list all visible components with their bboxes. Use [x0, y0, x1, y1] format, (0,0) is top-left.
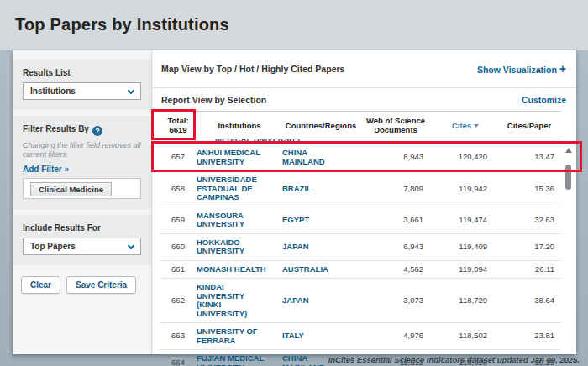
institution-link[interactable]: ANHUI MEDICAL UNIVERSITY: [197, 149, 282, 166]
scroll-up-icon[interactable]: [565, 148, 572, 153]
rank-cell: 663: [160, 332, 197, 341]
filter-box[interactable]: Clinical Medicine: [23, 178, 141, 199]
rank-cell: 661: [160, 265, 197, 274]
include-results-label: Include Results For: [23, 223, 141, 233]
rank-cell: 664: [160, 358, 197, 366]
table-row-658[interactable]: 658 UNIVERSIDADE ESTADUAL DE CAMPINAS BR…: [160, 171, 561, 207]
report-view-title: Report View by Selection: [161, 95, 266, 105]
country-cell: JAPAN: [282, 243, 360, 252]
col-header-cites-per-paper[interactable]: Cites/Paper: [499, 121, 559, 130]
sidebar: Results List Institutions Filter Results…: [13, 50, 152, 354]
filter-by-text: Filter Results By: [23, 124, 89, 133]
col-header-wos-documents[interactable]: Web of Science Documents: [360, 116, 432, 134]
col-header-cites-sorted[interactable]: Cites: [432, 121, 499, 130]
rank-cell: 659: [160, 216, 197, 225]
docs-cell: 4,976: [360, 332, 432, 341]
docs-cell: 6,943: [360, 243, 432, 252]
table-row-662[interactable]: 662 KINDAI UNIVERSITY (KINKI UNIVERSITY)…: [160, 279, 561, 323]
table-row-659[interactable]: 659 MANSOURA UNIVERSITY EGYPT 3,661 119,…: [160, 207, 561, 234]
results-table: Total: 6619 Institutions Countries/Regio…: [153, 111, 576, 366]
cites-cell: 119,942: [432, 185, 499, 194]
include-results-dropdown[interactable]: Top Papers: [23, 238, 141, 255]
main-content: Map View by Top / Hot / Highly Cited Pap…: [153, 50, 576, 354]
docs-cell: 8,943: [360, 153, 432, 162]
chevron-down-icon: [128, 243, 134, 249]
results-list-value: Institutions: [30, 86, 76, 96]
col-header-institutions[interactable]: Institutions: [197, 121, 282, 130]
results-list-section: Results List Institutions: [13, 60, 151, 110]
docs-cell: 3,661: [360, 216, 432, 225]
table-header: Total: 6619 Institutions Countries/Regio…: [160, 111, 561, 139]
docs-cell: 7,809: [360, 185, 432, 194]
country-cell: BRAZIL: [282, 185, 360, 194]
rank-cell: 658: [160, 185, 197, 194]
rank-cell: 657: [160, 153, 197, 162]
docs-cell: 4,562: [360, 265, 432, 274]
include-results-value: Top Papers: [30, 242, 76, 251]
cites-per-paper-cell: 32.63: [499, 216, 559, 225]
clear-button[interactable]: Clear: [21, 276, 60, 294]
cites-per-paper-cell: 15.36: [499, 185, 559, 194]
country-cell: EGYPT: [282, 216, 360, 225]
rank-cell: 662: [160, 296, 197, 306]
page: Top Papers by Institutions Results List …: [0, 0, 588, 366]
vertical-scroll-thumb[interactable]: [565, 165, 571, 190]
map-view-title: Map View by Top / Hot / Highly Cited Pap…: [161, 64, 344, 74]
chevron-down-icon: [128, 87, 134, 94]
filter-by-label: Filter Results By?: [23, 124, 141, 136]
institution-link[interactable]: MONASH HEALTH: [197, 265, 282, 274]
cites-cell: 120,420: [432, 153, 499, 162]
customize-link[interactable]: Customize: [522, 95, 566, 105]
include-results-section: Include Results For Top Papers: [13, 215, 151, 265]
col-header-countries[interactable]: Countries/Regions: [282, 121, 360, 130]
clipped-row-text: MEDICAL UNIVERSITY: [215, 139, 302, 144]
institution-link[interactable]: UNIVERSIDADE ESTADUAL DE CAMPINAS: [197, 175, 282, 202]
cites-cell: 118,502: [432, 332, 499, 341]
cites-per-paper-cell: 23.81: [499, 332, 559, 341]
add-filter-link[interactable]: Add Filter »: [23, 165, 141, 174]
vertical-scrollbar[interactable]: [564, 144, 573, 366]
docs-cell: 3,073: [360, 296, 432, 306]
map-view-bar: Map View by Top / Hot / Highly Cited Pap…: [153, 50, 576, 88]
page-title: Top Papers by Institutions: [15, 15, 229, 34]
content-panel: Results List Institutions Filter Results…: [13, 50, 576, 354]
cites-per-paper-cell: 17.20: [499, 243, 559, 252]
institution-link[interactable]: HOKKAIDO UNIVERSITY: [197, 238, 282, 256]
institution-link[interactable]: UNIVERSITY OF FERRARA: [197, 327, 282, 345]
institution-link[interactable]: MANSOURA UNIVERSITY: [197, 212, 282, 229]
results-list-label: Results List: [23, 68, 141, 77]
cites-header-text: Cites: [452, 121, 471, 130]
filter-note: Changing the filter field removes all cu…: [23, 141, 141, 159]
cites-cell: 119,409: [432, 243, 499, 252]
table-row-657[interactable]: 657 ANHUI MEDICAL UNIVERSITY CHINA MAINL…: [160, 144, 561, 171]
country-cell: CHINA MAINLAND: [282, 149, 360, 166]
total-label: Total:: [160, 116, 197, 125]
table-row-663[interactable]: 663 UNIVERSITY OF FERRARA ITALY 4,976 11…: [160, 323, 561, 350]
table-row-661[interactable]: 661 MONASH HEALTH AUSTRALIA 4,562 119,09…: [160, 261, 561, 280]
cites-cell: 118,729: [432, 296, 499, 306]
rank-cell: 660: [160, 243, 197, 252]
cites-per-paper-cell: 13.47: [499, 153, 559, 162]
show-visualization-link[interactable]: Show Visualization+: [477, 62, 566, 76]
save-criteria-button[interactable]: Save Criteria: [66, 276, 136, 294]
results-list-dropdown[interactable]: Institutions: [23, 82, 141, 100]
sidebar-buttons: Clear Save Criteria: [13, 271, 151, 299]
show-visualization-text: Show Visualization: [477, 65, 557, 75]
filter-chip-clinical-medicine[interactable]: Clinical Medicine: [30, 182, 112, 196]
country-cell: ITALY: [282, 332, 360, 341]
help-icon[interactable]: ?: [92, 126, 102, 136]
institution-link[interactable]: KINDAI UNIVERSITY (KINKI UNIVERSITY): [197, 283, 282, 318]
country-cell: JAPAN: [282, 296, 360, 306]
report-view-bar: Report View by Selection Customize: [153, 88, 576, 111]
top-band: Top Papers by Institutions: [0, 0, 588, 50]
cites-cell: 119,094: [432, 265, 499, 274]
cites-cell: 119,474: [432, 216, 499, 225]
total-header: Total: 6619: [160, 116, 197, 134]
clipped-previous-row: MEDICAL UNIVERSITY: [160, 139, 561, 144]
institution-link[interactable]: FUJIAN MEDICAL UNIVERSITY: [197, 354, 282, 366]
country-cell: AUSTRALIA: [282, 265, 360, 274]
total-value: 6619: [160, 125, 197, 134]
sort-desc-icon: [474, 124, 479, 128]
dataset-update-note: InCites Essential Science Indicators dat…: [328, 355, 580, 364]
table-row-660[interactable]: 660 HOKKAIDO UNIVERSITY JAPAN 6,943 119,…: [160, 234, 561, 261]
